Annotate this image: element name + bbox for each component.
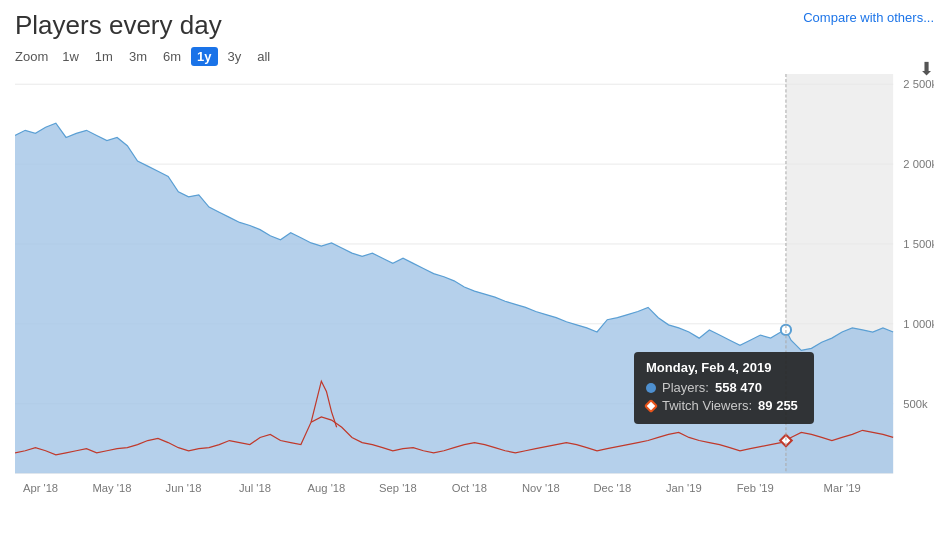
svg-text:Aug '18: Aug '18	[308, 482, 346, 494]
zoom-btn-1m[interactable]: 1m	[89, 47, 119, 66]
svg-text:Jul '18: Jul '18	[239, 482, 271, 494]
zoom-btn-1w[interactable]: 1w	[56, 47, 85, 66]
svg-text:500k: 500k	[903, 398, 928, 410]
zoom-label: Zoom	[15, 49, 48, 64]
compare-link[interactable]: Compare with others...	[803, 10, 934, 25]
main-container: Compare with others... Players every day…	[0, 0, 949, 553]
svg-text:Apr '18: Apr '18	[23, 482, 58, 494]
svg-text:Sep '18: Sep '18	[379, 482, 417, 494]
zoom-controls: Zoom 1w 1m 3m 6m 1y 3y all	[15, 47, 934, 66]
svg-text:2 500k: 2 500k	[903, 78, 934, 90]
chart-svg: 2 500k 2 000k 1 500k 1 000k 500k Apr '18…	[15, 74, 934, 504]
page-title: Players every day	[15, 10, 934, 41]
svg-text:2 000k: 2 000k	[903, 158, 934, 170]
svg-text:1 500k: 1 500k	[903, 238, 934, 250]
zoom-btn-3y[interactable]: 3y	[222, 47, 248, 66]
zoom-btn-1y[interactable]: 1y	[191, 47, 217, 66]
svg-text:Nov '18: Nov '18	[522, 482, 560, 494]
svg-text:Jun '18: Jun '18	[166, 482, 202, 494]
svg-text:Dec '18: Dec '18	[593, 482, 631, 494]
svg-text:Mar '19: Mar '19	[824, 482, 861, 494]
zoom-btn-all[interactable]: all	[251, 47, 276, 66]
svg-marker-13	[15, 123, 893, 473]
svg-text:May '18: May '18	[93, 482, 132, 494]
svg-text:Jan '19: Jan '19	[666, 482, 702, 494]
zoom-btn-3m[interactable]: 3m	[123, 47, 153, 66]
zoom-btn-6m[interactable]: 6m	[157, 47, 187, 66]
svg-text:Feb '19: Feb '19	[737, 482, 774, 494]
svg-text:Oct '18: Oct '18	[452, 482, 487, 494]
chart-area: 2 500k 2 000k 1 500k 1 000k 500k Apr '18…	[15, 74, 934, 504]
svg-text:1 000k: 1 000k	[903, 318, 934, 330]
